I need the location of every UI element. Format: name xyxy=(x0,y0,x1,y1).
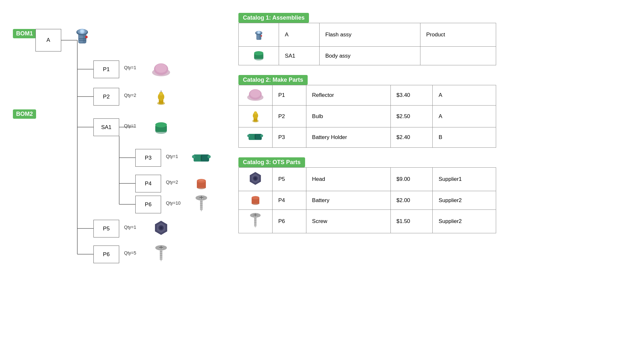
qty-P6: Qty=5 xyxy=(124,250,136,255)
part-img-cell xyxy=(239,127,273,148)
table-row: P1 Reflector $3.40 A xyxy=(239,85,496,106)
node-P6-child: P6 xyxy=(135,196,161,213)
table-row: P5 Head $9.00 Supplier1 xyxy=(239,168,496,191)
svg-point-70 xyxy=(258,32,260,33)
part-id-cell: A xyxy=(279,23,319,47)
node-P3: P3 xyxy=(135,149,161,167)
svg-point-26 xyxy=(207,155,211,158)
catalog3-title: Catalog 3: OTS Parts xyxy=(238,157,305,167)
part-name-cell: Screw xyxy=(306,210,390,233)
part-id-cell: P3 xyxy=(272,127,306,148)
svg-point-85 xyxy=(261,135,263,137)
part-id-cell: P4 xyxy=(272,191,306,210)
part-id-cell: P6 xyxy=(272,210,306,233)
node-P5: P5 xyxy=(93,220,119,237)
part-img-P6 xyxy=(150,244,172,263)
part-name-cell: Head xyxy=(306,168,390,191)
part-extra-cell: B xyxy=(433,127,496,148)
part-img-A xyxy=(68,19,97,48)
part-img-cell xyxy=(239,47,279,65)
part-extra-cell: A xyxy=(433,106,496,127)
table-row: SA1 Body assy xyxy=(239,47,496,65)
part-name-cell: Battery Holder xyxy=(306,127,390,148)
svg-point-27 xyxy=(192,155,195,158)
part-img-P3 xyxy=(190,148,213,167)
part-price-cell: $2.00 xyxy=(390,191,433,210)
svg-rect-24 xyxy=(194,154,201,162)
qty-P3: Qty=1 xyxy=(166,154,178,159)
part-extra-cell xyxy=(420,47,496,65)
part-img-cell xyxy=(239,191,273,210)
node-P6: P6 xyxy=(93,246,119,263)
table-row: P3 Battery Holder $2.40 B xyxy=(239,127,496,148)
qty-P1: Qty=1 xyxy=(124,65,136,70)
svg-point-45 xyxy=(160,227,162,229)
svg-point-90 xyxy=(254,177,256,180)
part-name-cell: Reflector xyxy=(306,85,390,106)
svg-point-81 xyxy=(254,111,257,115)
tree-lines xyxy=(35,19,213,309)
part-id-cell: P2 xyxy=(272,106,306,127)
part-id-cell: P1 xyxy=(272,85,306,106)
part-img-cell xyxy=(239,23,279,47)
table-row: P6 Screw $1.50 Supplier2 xyxy=(239,210,496,233)
node-P4: P4 xyxy=(135,175,161,192)
node-P2: P2 xyxy=(93,88,119,106)
qty-P6-child: Qty=10 xyxy=(166,200,181,206)
bom1-label: BOM1 xyxy=(13,29,36,38)
part-img-cell xyxy=(239,168,273,191)
part-extra-cell: Supplier2 xyxy=(433,191,496,210)
svg-rect-25 xyxy=(201,155,202,161)
part-price-cell: $1.50 xyxy=(390,210,433,233)
table-row: P4 Battery $2.00 Supplier2 xyxy=(239,191,496,210)
tree-container: A P1 Qty=1 P2 Qty=2 xyxy=(35,19,213,309)
svg-point-93 xyxy=(252,196,259,199)
part-img-P4 xyxy=(190,173,213,192)
part-price-cell: $3.40 xyxy=(390,85,433,106)
node-SA1: SA1 xyxy=(93,118,119,136)
qty-P5: Qty=1 xyxy=(124,225,136,230)
catalog1-table: A Flash assy Product SA1 Body assy xyxy=(238,23,496,65)
part-img-P5 xyxy=(150,218,172,237)
part-name-cell: Flash assy xyxy=(319,23,420,47)
svg-point-71 xyxy=(260,35,262,37)
node-A: A xyxy=(35,29,61,51)
catalog2-table: P1 Reflector $3.40 A P2 Bulb $2.50 A xyxy=(238,85,496,148)
part-price-cell: $2.40 xyxy=(390,127,433,148)
catalog2-title: Catalog 2: Make Parts xyxy=(238,75,308,85)
part-img-cell xyxy=(239,210,273,233)
part-price-cell: $2.50 xyxy=(390,106,433,127)
qty-P4: Qty=2 xyxy=(166,180,178,185)
svg-point-74 xyxy=(254,51,263,55)
part-name-cell: Body assy xyxy=(319,47,420,65)
part-id-cell: P5 xyxy=(272,168,306,191)
part-img-P1 xyxy=(150,60,172,79)
catalog3-table: P5 Head $9.00 Supplier1 P4 Battery $2.00… xyxy=(238,167,496,233)
part-id-cell: SA1 xyxy=(279,47,319,65)
qty-SA1: Qty=1 xyxy=(124,123,136,128)
part-img-P6-child xyxy=(190,194,213,213)
part-name-cell: Battery xyxy=(306,191,390,210)
table-row: A Flash assy Product xyxy=(239,23,496,47)
svg-point-62 xyxy=(85,36,88,38)
part-extra-cell: A xyxy=(433,85,496,106)
qty-P2: Qty=2 xyxy=(124,93,136,98)
table-row: P2 Bulb $2.50 A xyxy=(239,106,496,127)
part-img-P2 xyxy=(150,87,172,106)
svg-point-31 xyxy=(199,179,204,181)
svg-point-77 xyxy=(250,89,261,98)
svg-rect-83 xyxy=(249,134,255,140)
svg-point-61 xyxy=(81,30,84,33)
part-extra-cell: Supplier1 xyxy=(433,168,496,191)
catalog3-block: Catalog 3: OTS Parts P5 Head $9.00 Suppl… xyxy=(238,157,631,233)
svg-point-14 xyxy=(155,64,167,73)
catalog2-block: Catalog 2: Make Parts P1 Reflector $3.40… xyxy=(238,75,631,148)
svg-point-22 xyxy=(155,122,167,127)
bom-section: BOM1 BOM2 xyxy=(13,10,213,309)
part-extra-cell: Supplier2 xyxy=(433,210,496,233)
part-img-cell xyxy=(239,106,273,127)
catalog1-title: Catalog 1: Assemblies xyxy=(238,13,309,23)
part-extra-cell: Product xyxy=(420,23,496,47)
svg-point-86 xyxy=(247,135,250,137)
bom2-label: BOM2 xyxy=(13,109,36,119)
